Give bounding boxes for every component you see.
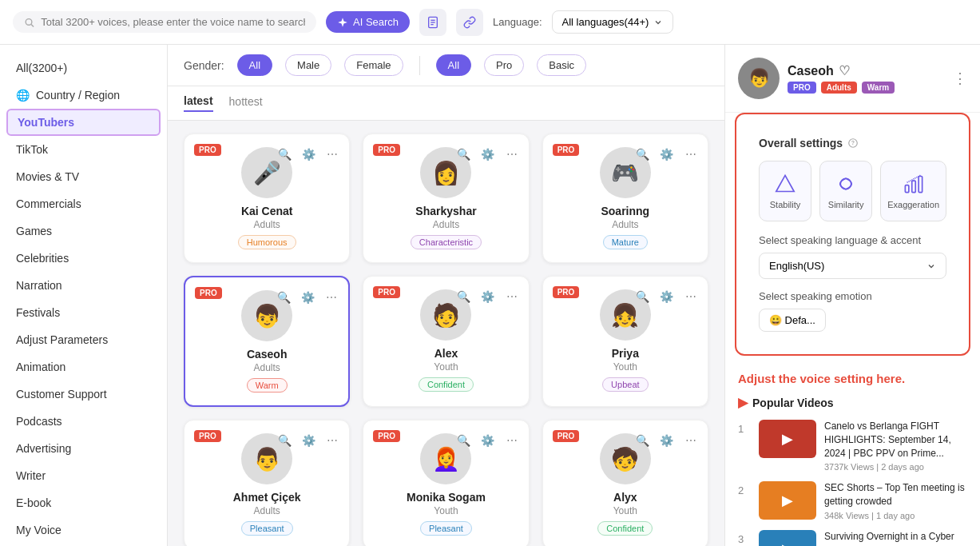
language-dropdown[interactable]: English(US)	[759, 253, 946, 279]
filter-gender-all[interactable]: All	[237, 54, 272, 76]
sidebar-item-ebook[interactable]: E-book	[0, 489, 167, 516]
more-voice-btn[interactable]: ⋯	[322, 144, 343, 165]
filter-tier-basic[interactable]: Basic	[537, 54, 586, 76]
sidebar-item-youtubers[interactable]: YouTubers	[6, 109, 161, 136]
search-voice-btn[interactable]: 🔍	[273, 287, 294, 308]
emotion-button[interactable]: 😀 Defa...	[759, 309, 826, 332]
video-item-2[interactable]: 2 ▶ SEC Shorts – Top Ten meeting is gett…	[738, 481, 967, 520]
video-thumbnail: ▶	[759, 481, 816, 520]
voice-age: Adults	[253, 362, 280, 373]
sidebar-item-commercials[interactable]: Commercials	[0, 190, 167, 217]
voice-card-ahmet-cicek[interactable]: PRO 🔍 ⚙️ ⋯ 👨 Ahmet Çiçek Adults Pleasant	[184, 420, 350, 546]
sidebar-podcasts-label: Podcasts	[16, 415, 62, 428]
voice-card-kai-cenat[interactable]: PRO 🔍 ⚙️ ⋯ 🎤 Kai Cenat Adults Humorous	[184, 134, 350, 263]
more-voice-btn[interactable]: ⋯	[502, 144, 522, 165]
heart-icon[interactable]: ♡	[839, 63, 850, 78]
tab-hottest[interactable]: hottest	[229, 95, 263, 111]
sidebar-item-my-voice[interactable]: My Voice	[0, 516, 167, 544]
sidebar-item-movies-tv[interactable]: Movies & TV	[0, 163, 167, 190]
search-voice-btn[interactable]: 🔍	[274, 430, 295, 451]
sidebar-item-celebrities[interactable]: Celebrities	[0, 245, 167, 272]
settings-voice-btn[interactable]: ⚙️	[297, 287, 318, 308]
sidebar-writer-label: Writer	[16, 469, 46, 482]
profile-menu-button[interactable]: ⋮	[953, 70, 967, 87]
more-voice-btn[interactable]: ⋯	[680, 144, 701, 165]
voice-card-priya[interactable]: PRO 🔍 ⚙️ ⋯ 👧 Priya Youth Upbeat	[542, 276, 708, 407]
voice-card-alyx[interactable]: PRO 🔍 ⚙️ ⋯ 🧒 Alyx Youth Confident	[542, 420, 708, 546]
document-icon-btn[interactable]	[419, 9, 446, 36]
sidebar-item-country[interactable]: 🌐 Country / Region	[0, 82, 167, 109]
more-voice-btn[interactable]: ⋯	[321, 287, 342, 308]
sidebar-item-games[interactable]: Games	[0, 217, 167, 245]
voice-age: Youth	[434, 505, 458, 516]
sidebar-item-writer[interactable]: Writer	[0, 462, 167, 489]
voice-card-alex[interactable]: PRO 🔍 ⚙️ ⋯ 🧑 Alex Youth Confident	[363, 276, 529, 407]
sidebar-adjust-label: Adjust Parameters	[16, 333, 108, 346]
settings-voice-btn[interactable]: ⚙️	[657, 430, 677, 451]
voice-name: Alex	[434, 347, 458, 360]
voice-tag: Characteristic	[411, 235, 482, 249]
filter-tier-pro[interactable]: Pro	[484, 54, 524, 76]
more-voice-btn[interactable]: ⋯	[322, 430, 343, 451]
sidebar-all-label: All(3200+)	[16, 62, 67, 74]
language-selector[interactable]: All languages(44+)	[552, 10, 674, 34]
search-voice-btn[interactable]: 🔍	[454, 144, 474, 165]
settings-voice-btn[interactable]: ⚙️	[657, 144, 677, 165]
content-area: Gender: All Male Female All Pro Basic la…	[168, 45, 724, 546]
more-voice-btn[interactable]: ⋯	[502, 430, 522, 451]
video-info: Surviving Overnight in a Cyber Truck 459…	[824, 530, 967, 546]
sidebar-item-animation[interactable]: Animation	[0, 353, 167, 381]
settings-voice-btn[interactable]: ⚙️	[298, 430, 319, 451]
sidebar-item-customer-support[interactable]: Customer Support	[0, 381, 167, 408]
settings-voice-btn[interactable]: ⚙️	[657, 286, 677, 307]
filter-gender-female[interactable]: Female	[344, 54, 403, 76]
search-voice-btn[interactable]: 🔍	[274, 144, 295, 165]
settings-voice-btn[interactable]: ⚙️	[478, 144, 498, 165]
profile-info: Caseoh ♡ PRO Adults Warm	[788, 63, 895, 94]
settings-voice-btn[interactable]: ⚙️	[478, 286, 498, 307]
search-input[interactable]	[41, 16, 305, 28]
filter-gender-male[interactable]: Male	[285, 54, 331, 76]
video-title: SEC Shorts – Top Ten meeting is getting …	[824, 481, 967, 508]
tab-latest[interactable]: latest	[184, 94, 213, 112]
search-voice-btn[interactable]: 🔍	[454, 286, 474, 307]
voice-age: Youth	[613, 361, 637, 373]
sidebar-item-adjust-params[interactable]: Adjust Parameters	[0, 326, 167, 353]
video-item-1[interactable]: 1 ▶ Canelo vs Berlanga FIGHT HIGHLIGHTS:…	[738, 420, 967, 472]
pro-badge: PRO	[553, 286, 580, 298]
voice-card-sharkyshar[interactable]: PRO 🔍 ⚙️ ⋯ 👩 Sharkyshar Adults Character…	[363, 134, 529, 263]
sidebar-item-all[interactable]: All(3200+)	[0, 54, 167, 82]
voice-card-caseoh[interactable]: PRO 🔍 ⚙️ ⋯ 👦 Caseoh Adults Warm	[184, 276, 350, 407]
card-actions: 🔍 ⚙️ ⋯	[633, 430, 701, 451]
settings-voice-btn[interactable]: ⚙️	[298, 144, 319, 165]
voice-name: Priya	[612, 347, 639, 360]
link-icon-btn[interactable]	[456, 9, 483, 36]
search-voice-btn[interactable]: 🔍	[633, 430, 653, 451]
sidebar-item-tiktok[interactable]: TikTok	[0, 136, 167, 163]
setting-exaggeration[interactable]: Exaggeration	[880, 161, 946, 221]
search-box[interactable]	[13, 11, 316, 33]
voice-card-monika-sogam[interactable]: PRO 🔍 ⚙️ ⋯ 👩‍🦰 Monika Sogam Youth Pleasa…	[363, 420, 529, 546]
ai-search-button[interactable]: AI Search	[326, 11, 410, 33]
avatar: 👦	[738, 58, 780, 99]
more-voice-btn[interactable]: ⋯	[680, 286, 701, 307]
sidebar-item-podcasts[interactable]: Podcasts	[0, 408, 167, 435]
sidebar-item-advertising[interactable]: Advertising	[0, 435, 167, 462]
sidebar-item-narration[interactable]: Narration	[0, 272, 167, 299]
search-voice-btn[interactable]: 🔍	[633, 144, 653, 165]
filter-tier-all[interactable]: All	[436, 54, 471, 76]
voice-card-soarinng[interactable]: PRO 🔍 ⚙️ ⋯ 🎮 Soarinng Adults Mature	[542, 134, 708, 263]
sidebar-country-label: Country / Region	[36, 89, 120, 102]
profile-badges: PRO Adults Warm	[788, 82, 895, 94]
search-voice-btn[interactable]: 🔍	[633, 286, 653, 307]
popular-videos-title: ▶ Popular Videos	[738, 395, 967, 410]
setting-stability[interactable]: Stability	[759, 161, 811, 221]
more-voice-btn[interactable]: ⋯	[680, 430, 701, 451]
sidebar-item-festivals[interactable]: Festivals	[0, 299, 167, 326]
more-voice-btn[interactable]: ⋯	[502, 286, 522, 307]
voice-tag: Humorous	[238, 235, 296, 249]
setting-similarity[interactable]: Similarity	[819, 161, 872, 221]
video-item-3[interactable]: 3 ▶ Surviving Overnight in a Cyber Truck…	[738, 530, 967, 546]
settings-voice-btn[interactable]: ⚙️	[478, 430, 498, 451]
search-voice-btn[interactable]: 🔍	[454, 430, 474, 451]
